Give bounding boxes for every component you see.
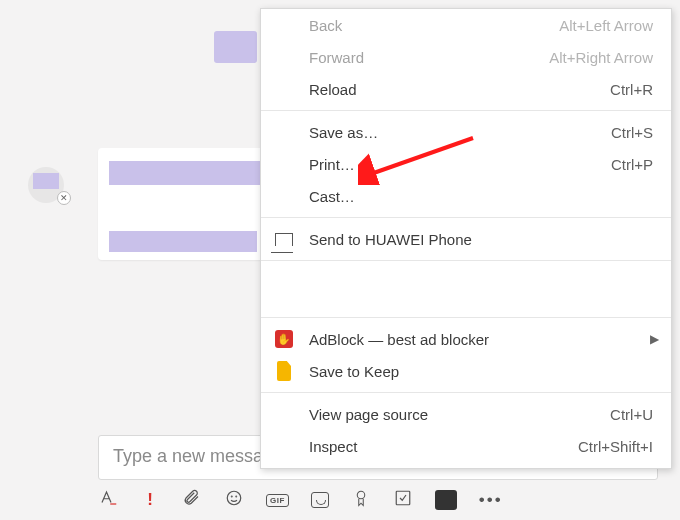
menu-label: Back: [309, 17, 342, 34]
menu-print[interactable]: Print… Ctrl+P: [261, 148, 671, 180]
menu-forward: Forward Alt+Right Arrow: [261, 41, 671, 73]
svg-point-1: [231, 496, 232, 497]
menu-separator: [261, 317, 671, 318]
cast-icon: [273, 228, 295, 250]
avatar-fill: [33, 173, 59, 189]
menu-separator: [261, 260, 671, 261]
gif-icon[interactable]: GIF: [266, 494, 289, 507]
menu-separator: [261, 392, 671, 393]
adblock-icon: [273, 328, 295, 350]
menu-adblock[interactable]: AdBlock — best ad blocker ▶: [261, 323, 671, 355]
menu-label: Cast…: [309, 188, 355, 205]
menu-shortcut: Ctrl+R: [610, 81, 653, 98]
menu-label: Save to Keep: [309, 363, 399, 380]
emoji-icon[interactable]: [224, 489, 244, 512]
menu-cast[interactable]: Cast…: [261, 180, 671, 212]
redacted-line: [109, 231, 257, 252]
todoist-icon[interactable]: [435, 490, 457, 510]
svg-point-2: [236, 496, 237, 497]
sticker-icon[interactable]: [311, 492, 329, 508]
menu-shortcut: Alt+Left Arrow: [559, 17, 653, 34]
compose-toolbar: ! GIF •••: [98, 485, 499, 515]
menu-shortcut: Ctrl+Shift+I: [578, 438, 653, 455]
menu-separator: [261, 217, 671, 218]
menu-reload[interactable]: Reload Ctrl+R: [261, 73, 671, 105]
context-menu: Back Alt+Left Arrow Forward Alt+Right Ar…: [260, 8, 672, 469]
menu-separator: [261, 110, 671, 111]
apps-icon[interactable]: [393, 489, 413, 512]
app-root: ✕ Type a new message ! GIF ••• Back Alt+…: [0, 0, 680, 520]
menu-inspect[interactable]: Inspect Ctrl+Shift+I: [261, 430, 671, 462]
menu-label: Send to HUAWEI Phone: [309, 231, 472, 248]
menu-shortcut: Ctrl+P: [611, 156, 653, 173]
menu-save-as[interactable]: Save as… Ctrl+S: [261, 116, 671, 148]
menu-view-source[interactable]: View page source Ctrl+U: [261, 398, 671, 430]
menu-label: Reload: [309, 81, 357, 98]
more-icon[interactable]: •••: [479, 490, 499, 510]
menu-label: Forward: [309, 49, 364, 66]
menu-back: Back Alt+Left Arrow: [261, 9, 671, 41]
menu-shortcut: Ctrl+S: [611, 124, 653, 141]
menu-label: View page source: [309, 406, 428, 423]
keep-icon: [273, 360, 295, 382]
chat-bubble-small: [214, 31, 257, 63]
svg-point-3: [357, 491, 365, 499]
submenu-arrow-icon: ▶: [650, 332, 659, 346]
menu-save-to-keep[interactable]: Save to Keep: [261, 355, 671, 387]
menu-label: Inspect: [309, 438, 357, 455]
praise-icon[interactable]: [351, 488, 371, 513]
svg-rect-4: [396, 491, 410, 505]
menu-shortcut: Ctrl+U: [610, 406, 653, 423]
menu-label: Save as…: [309, 124, 378, 141]
menu-label: Print…: [309, 156, 355, 173]
compose-placeholder: Type a new message: [113, 446, 283, 466]
attach-icon[interactable]: [182, 488, 202, 513]
format-icon[interactable]: [98, 489, 118, 512]
priority-icon[interactable]: !: [140, 490, 160, 510]
menu-shortcut: Alt+Right Arrow: [549, 49, 653, 66]
menu-send-huawei[interactable]: Send to HUAWEI Phone: [261, 223, 671, 255]
menu-gap: [261, 266, 671, 312]
menu-label: AdBlock — best ad blocker: [309, 331, 489, 348]
presence-x-icon: ✕: [57, 191, 71, 205]
svg-point-0: [227, 491, 241, 505]
redacted-line: [109, 161, 261, 185]
